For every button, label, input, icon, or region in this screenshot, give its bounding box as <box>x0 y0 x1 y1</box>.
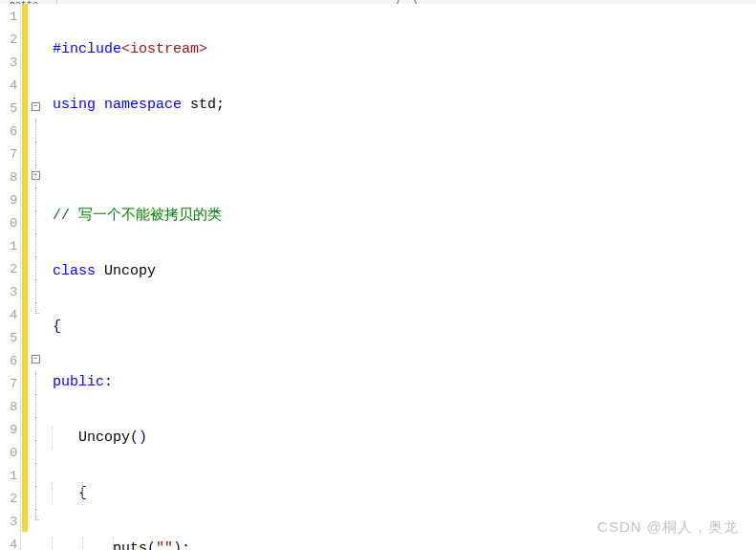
line-number: 4 <box>0 304 20 327</box>
code-editor[interactable]: 1 2 3 4 5 6 7 8 9 0 1 2 3 4 5 6 7 8 9 0 … <box>0 4 756 550</box>
code-line[interactable]: #include<iostream> <box>42 38 756 61</box>
line-number: 4 <box>0 534 20 550</box>
code-line[interactable]: puts(""); <box>42 538 756 550</box>
line-number: 6 <box>0 350 20 373</box>
change-marker <box>22 279 28 302</box>
line-number: 0 <box>0 212 20 235</box>
code-line[interactable] <box>42 149 756 172</box>
line-number: 2 <box>0 29 20 52</box>
code-area[interactable]: #include<iostream> using namespace std; … <box>42 4 756 550</box>
change-marker <box>22 165 28 187</box>
line-number: 8 <box>0 166 20 189</box>
code-line[interactable]: using namespace std; <box>42 94 756 117</box>
fold-gutter: − − − <box>29 4 42 550</box>
change-marker <box>22 348 28 371</box>
line-number: 7 <box>0 143 20 166</box>
change-marker <box>22 119 28 142</box>
line-number: 0 <box>0 442 20 465</box>
change-marker <box>22 325 28 348</box>
change-marker <box>22 210 28 233</box>
change-marker <box>22 440 28 463</box>
line-number: 5 <box>0 327 20 350</box>
line-number: 3 <box>0 281 20 304</box>
line-number-gutter: 1 2 3 4 5 6 7 8 9 0 1 2 3 4 5 6 7 8 9 0 … <box>0 4 21 550</box>
code-line[interactable]: { <box>42 482 756 505</box>
change-marker <box>22 73 28 96</box>
change-marker <box>22 50 28 73</box>
change-marker <box>22 394 28 417</box>
fold-toggle-icon[interactable]: − <box>32 102 40 111</box>
code-line[interactable]: class Uncopy <box>42 260 756 283</box>
change-marker <box>22 509 28 532</box>
fold-toggle-icon[interactable]: − <box>32 355 40 363</box>
line-number: 3 <box>0 52 20 75</box>
change-marker <box>22 27 28 50</box>
code-line[interactable]: { <box>42 316 756 339</box>
change-marker <box>22 4 28 27</box>
code-line[interactable]: // 写一个不能被拷贝的类 <box>42 205 756 228</box>
line-number: 1 <box>0 6 20 29</box>
line-number: 8 <box>0 396 20 419</box>
line-number: 9 <box>0 189 20 212</box>
change-marker <box>22 187 28 210</box>
change-marker <box>22 463 28 486</box>
change-marker-gutter <box>21 4 29 550</box>
line-number: 7 <box>0 373 20 396</box>
change-marker <box>22 256 28 279</box>
line-number: 5 <box>0 98 20 121</box>
line-number: 9 <box>0 419 20 442</box>
line-number: 4 <box>0 75 20 98</box>
change-marker <box>22 371 28 394</box>
change-marker <box>22 302 28 325</box>
change-marker <box>22 417 28 440</box>
change-marker <box>22 96 28 119</box>
change-marker <box>22 142 28 165</box>
line-number: 1 <box>0 465 20 488</box>
line-number: 3 <box>0 511 20 534</box>
change-marker <box>22 486 28 509</box>
change-marker <box>22 233 28 256</box>
line-number: 6 <box>0 121 20 143</box>
line-number: 2 <box>0 488 20 511</box>
code-line[interactable]: public: <box>42 371 756 394</box>
code-line[interactable]: Uncopy() <box>42 427 756 450</box>
line-number: 2 <box>0 258 20 281</box>
line-number: 1 <box>0 235 20 258</box>
